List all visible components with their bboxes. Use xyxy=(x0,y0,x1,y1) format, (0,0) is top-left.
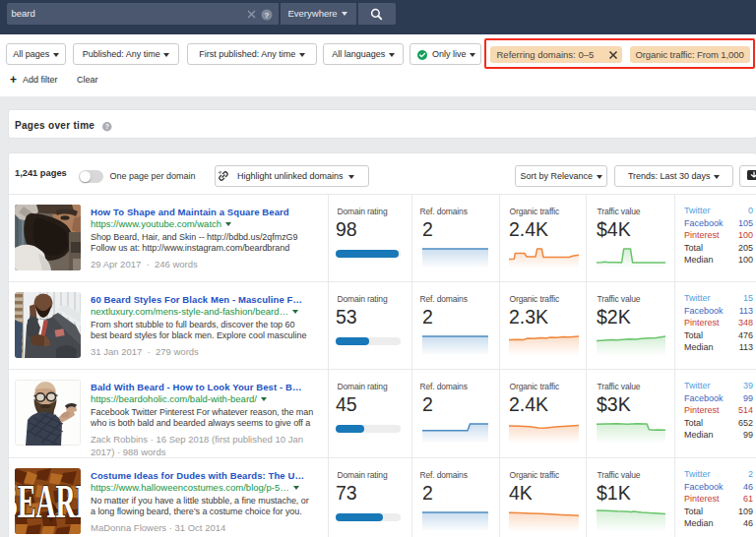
svg-text:?: ? xyxy=(265,10,270,19)
svg-text:?: ? xyxy=(105,123,109,130)
svg-text:BEARD: BEARD xyxy=(15,475,81,527)
